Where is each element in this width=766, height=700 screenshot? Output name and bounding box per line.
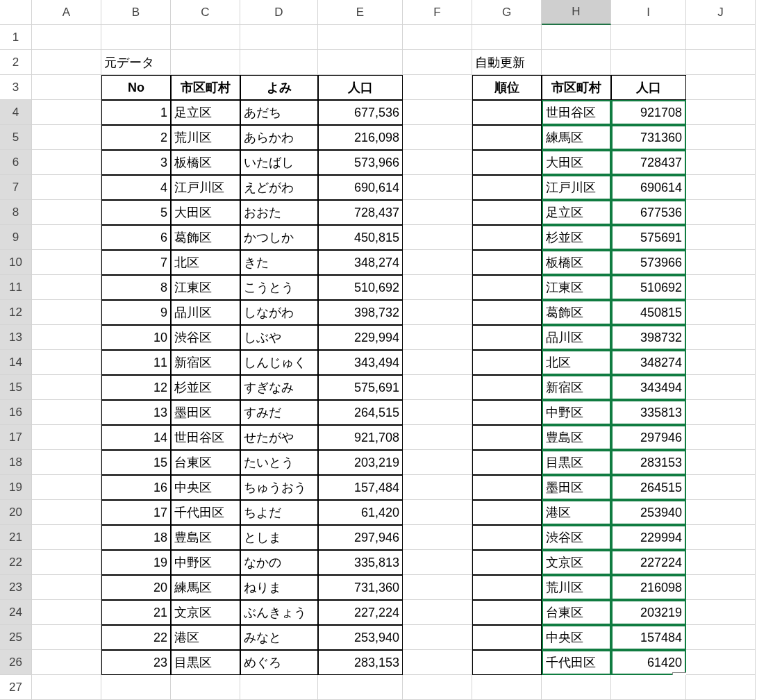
table1-yomi[interactable]: しぶや: [240, 325, 318, 350]
table2-ward[interactable]: 中野区: [542, 400, 611, 425]
table1-pop[interactable]: 335,813: [318, 550, 403, 575]
cell-F26[interactable]: [403, 650, 472, 675]
cell-A20[interactable]: [32, 500, 101, 525]
table1-yomi[interactable]: なかの: [240, 550, 318, 575]
cell-J24[interactable]: [686, 600, 756, 625]
row-header-5[interactable]: 5: [0, 125, 32, 150]
cell-F20[interactable]: [403, 500, 472, 525]
cell-A19[interactable]: [32, 475, 101, 500]
row-header-24[interactable]: 24: [0, 600, 32, 625]
table1-yomi[interactable]: おおた: [240, 200, 318, 225]
table2-ward[interactable]: 練馬区: [542, 125, 611, 150]
table1-no[interactable]: 11: [101, 350, 171, 375]
table2-pop[interactable]: 264515: [611, 475, 686, 500]
cell-J14[interactable]: [686, 350, 756, 375]
table2-pop[interactable]: 731360: [611, 125, 686, 150]
table1-ward[interactable]: 新宿区: [171, 350, 240, 375]
row-header-25[interactable]: 25: [0, 625, 32, 650]
cell-F5[interactable]: [403, 125, 472, 150]
cell-J8[interactable]: [686, 200, 756, 225]
cell-J1[interactable]: [686, 25, 756, 50]
table1-pop[interactable]: 450,815: [318, 225, 403, 250]
table2-rank[interactable]: [472, 600, 542, 625]
table1-no[interactable]: 12: [101, 375, 171, 400]
table2-pop[interactable]: 157484: [611, 625, 686, 650]
table1-yomi[interactable]: みなと: [240, 625, 318, 650]
table1-pop[interactable]: 510,692: [318, 275, 403, 300]
table1-no[interactable]: 3: [101, 150, 171, 175]
row-header-18[interactable]: 18: [0, 450, 32, 475]
table2-pop[interactable]: 61420✦: [611, 650, 686, 675]
cell-J3[interactable]: [686, 75, 756, 100]
cell-F1[interactable]: [403, 25, 472, 50]
cell-A8[interactable]: [32, 200, 101, 225]
cell-A21[interactable]: [32, 525, 101, 550]
cell-F13[interactable]: [403, 325, 472, 350]
table2-pop[interactable]: 450815: [611, 300, 686, 325]
row-header-7[interactable]: 7: [0, 175, 32, 200]
cell-A10[interactable]: [32, 250, 101, 275]
table1-no[interactable]: 15: [101, 450, 171, 475]
row-header-3[interactable]: 3: [0, 75, 32, 100]
cell-A5[interactable]: [32, 125, 101, 150]
table1-ward[interactable]: 目黒区: [171, 650, 240, 675]
spreadsheet-grid[interactable]: ABCDEFGHIJ12元データ自動更新3No市区町村よみ人口順位市区町村人口4…: [0, 0, 766, 700]
cell-B27[interactable]: [101, 675, 171, 700]
table2-pop[interactable]: 677536: [611, 200, 686, 225]
cell-A23[interactable]: [32, 575, 101, 600]
table1-pop[interactable]: 157,484: [318, 475, 403, 500]
table1-pop[interactable]: 573,966: [318, 150, 403, 175]
table1-yomi[interactable]: としま: [240, 525, 318, 550]
cell-B1[interactable]: [101, 25, 171, 50]
table1-ward[interactable]: 杉並区: [171, 375, 240, 400]
table1-no[interactable]: 13: [101, 400, 171, 425]
column-header-G[interactable]: G: [472, 0, 542, 25]
cell-E2[interactable]: [318, 50, 403, 75]
table1-yomi[interactable]: ぶんきょう: [240, 600, 318, 625]
table1-no[interactable]: 14: [101, 425, 171, 450]
table1-ward[interactable]: 葛飾区: [171, 225, 240, 250]
table1-yomi[interactable]: きた: [240, 250, 318, 275]
cell-J26[interactable]: [686, 650, 756, 675]
cell-F4[interactable]: [403, 100, 472, 125]
cell-F3[interactable]: [403, 75, 472, 100]
column-header-H[interactable]: H: [542, 0, 611, 25]
cell-A3[interactable]: [32, 75, 101, 100]
cell-J10[interactable]: [686, 250, 756, 275]
cell-J27[interactable]: [686, 675, 756, 700]
table1-ward[interactable]: 中野区: [171, 550, 240, 575]
cell-A22[interactable]: [32, 550, 101, 575]
cell-I2[interactable]: [611, 50, 686, 75]
table2-pop[interactable]: 575691: [611, 225, 686, 250]
cell-A16[interactable]: [32, 400, 101, 425]
table1-yomi[interactable]: しながわ: [240, 300, 318, 325]
table2-pop[interactable]: 203219: [611, 600, 686, 625]
table2-ward[interactable]: 杉並区: [542, 225, 611, 250]
table2-pop[interactable]: 573966: [611, 250, 686, 275]
table1-yomi[interactable]: しんじゅく: [240, 350, 318, 375]
cell-J20[interactable]: [686, 500, 756, 525]
table1-pop[interactable]: 283,153: [318, 650, 403, 675]
cell-C2[interactable]: [171, 50, 240, 75]
cell-J12[interactable]: [686, 300, 756, 325]
table2-rank[interactable]: [472, 625, 542, 650]
cell-D27[interactable]: [240, 675, 318, 700]
cell-A12[interactable]: [32, 300, 101, 325]
table1-pop[interactable]: 398,732: [318, 300, 403, 325]
cell-F6[interactable]: [403, 150, 472, 175]
cell-F18[interactable]: [403, 450, 472, 475]
row-header-26[interactable]: 26: [0, 650, 32, 675]
table1-no[interactable]: 16: [101, 475, 171, 500]
table1-no[interactable]: 8: [101, 275, 171, 300]
table1-yomi[interactable]: ちゅうおう: [240, 475, 318, 500]
table2-pop[interactable]: 921708: [611, 100, 686, 125]
row-header-16[interactable]: 16: [0, 400, 32, 425]
table1-ward[interactable]: 渋谷区: [171, 325, 240, 350]
cell-F12[interactable]: [403, 300, 472, 325]
table1-no[interactable]: 18: [101, 525, 171, 550]
cell-J23[interactable]: [686, 575, 756, 600]
table2-ward[interactable]: 世田谷区: [542, 100, 611, 125]
table1-ward[interactable]: 中央区: [171, 475, 240, 500]
table1-no[interactable]: 9: [101, 300, 171, 325]
table2-ward[interactable]: 新宿区: [542, 375, 611, 400]
